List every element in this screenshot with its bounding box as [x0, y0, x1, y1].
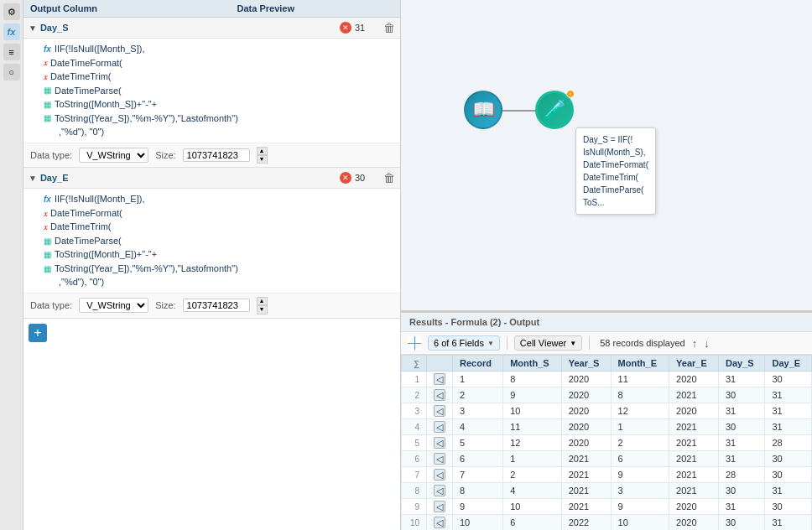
col-header-day-e[interactable]: Day_E: [765, 356, 812, 372]
cell-day-s: 31: [718, 403, 765, 419]
node-book[interactable]: 📖: [464, 91, 502, 129]
circle-icon[interactable]: ○: [3, 64, 20, 81]
size-up-2[interactable]: ▲: [257, 297, 268, 305]
data-type-label-1: Data type:: [30, 150, 72, 160]
row-selector[interactable]: ◁: [427, 435, 453, 451]
x-icon-3: 𝑥: [44, 207, 47, 220]
cell-month-s: 12: [503, 435, 562, 451]
cell-year-s: 2021: [561, 467, 611, 483]
cell-viewer-button[interactable]: Cell Viewer ▼: [514, 335, 582, 351]
cell-month-e: 12: [611, 403, 669, 419]
cell-viewer-label: Cell Viewer: [520, 338, 566, 348]
delete-day-s-button[interactable]: 🗑: [383, 21, 395, 34]
col-name-day-e[interactable]: Day_E: [40, 173, 336, 183]
formula-block-day-s: ▼ Day_S ✕ 31 🗑 fxIIF(!IsNull([Month_S]),…: [23, 18, 400, 168]
row-num: 5: [402, 435, 427, 451]
size-down-1[interactable]: ▼: [257, 155, 268, 164]
col-name-day-s[interactable]: Day_S: [40, 23, 336, 33]
row-selector[interactable]: ◁: [427, 387, 453, 403]
tooltip-line-6: ToS...: [583, 196, 648, 209]
col-value-day-e: 30: [355, 173, 380, 183]
fx-icon-1: fx: [44, 43, 51, 55]
right-panel: 📖 🧪 ! Day_S = IIF(! IsNull(Month_S), Dat…: [401, 0, 812, 530]
cell-year-e: 2021: [669, 419, 719, 435]
cell-year-e: 2020: [669, 403, 719, 419]
selector-icon[interactable]: ◁: [434, 517, 445, 528]
size-up-1[interactable]: ▲: [257, 147, 268, 155]
grid-icon-2: ▦: [44, 98, 51, 111]
row-selector[interactable]: ◁: [427, 499, 453, 515]
add-formula-button[interactable]: +: [29, 324, 47, 342]
tooltip-line-1: Day_S = IIF(!: [583, 133, 648, 146]
grid-view-icon[interactable]: [408, 336, 421, 350]
size-down-2[interactable]: ▼: [257, 305, 268, 314]
fields-badge[interactable]: 6 of 6 Fields ▼: [428, 335, 500, 351]
selector-icon[interactable]: ◁: [434, 405, 445, 417]
fx-icon[interactable]: fx: [3, 23, 20, 40]
table-row: 9 ◁ 9 10 2021 9 2020 31 30: [402, 499, 812, 515]
toolbar-divider-1: [507, 336, 508, 350]
chevron-icon-2[interactable]: ▼: [29, 174, 37, 183]
chevron-icon[interactable]: ▼: [29, 23, 37, 33]
cell-day-e: 30: [765, 499, 812, 515]
row-selector[interactable]: ◁: [427, 419, 453, 435]
col-header-record[interactable]: Record: [453, 356, 503, 372]
row-selector[interactable]: ◁: [427, 467, 453, 483]
delete-day-e-button[interactable]: 🗑: [383, 171, 395, 184]
gear-icon[interactable]: ⚙: [3, 3, 20, 20]
row-selector[interactable]: ◁: [427, 451, 453, 467]
data-preview-header: Data Preview: [237, 3, 394, 13]
selector-icon[interactable]: ◁: [434, 485, 445, 496]
node-flask[interactable]: 🧪 !: [535, 91, 574, 129]
cell-record: 6: [453, 451, 503, 467]
cell-month-e: 8: [611, 387, 669, 403]
clear-day-s-button[interactable]: ✕: [340, 22, 351, 34]
selector-icon[interactable]: ◁: [434, 501, 445, 512]
selector-icon[interactable]: ◁: [434, 437, 445, 449]
size-input-2[interactable]: [183, 299, 250, 312]
col-header-day-s[interactable]: Day_S: [718, 356, 765, 372]
col-header-month-e[interactable]: Month_E: [611, 356, 669, 372]
selector-icon[interactable]: ◁: [434, 389, 445, 401]
row-selector[interactable]: ◁: [427, 403, 453, 419]
cell-day-e: 30: [765, 467, 812, 483]
col-header-year-s[interactable]: Year_S: [561, 356, 611, 372]
cell-record: 1: [453, 372, 503, 387]
cell-year-e: 2021: [669, 387, 719, 403]
cell-day-e: 31: [765, 419, 812, 435]
clear-day-e-button[interactable]: ✕: [340, 172, 351, 184]
cell-month-e: 3: [611, 483, 669, 499]
selector-icon[interactable]: ◁: [434, 469, 445, 481]
sort-desc-button[interactable]: ↓: [704, 337, 710, 350]
data-table-wrap: ∑ Record Month_S Year_S Month_E Year_E D…: [401, 355, 812, 530]
cell-year-e: 2021: [669, 483, 719, 499]
row-num: 8: [402, 483, 427, 499]
size-spinner-1[interactable]: ▲ ▼: [257, 147, 268, 164]
selector-icon[interactable]: ◁: [434, 453, 445, 465]
sort-asc-button[interactable]: ↑: [692, 337, 698, 350]
selector-icon[interactable]: ◁: [434, 373, 445, 385]
list-icon[interactable]: ≡: [3, 44, 20, 60]
row-selector[interactable]: ◁: [427, 372, 453, 387]
fields-label: 6 of 6 Fields: [434, 338, 484, 348]
col-header-year-e[interactable]: Year_E: [669, 356, 719, 372]
results-toolbar: 6 of 6 Fields ▼ Cell Viewer ▼ 58 records…: [401, 332, 812, 355]
data-type-select-2[interactable]: V_WString: [79, 298, 148, 313]
node-tooltip: Day_S = IIF(! IsNull(Month_S), DateTimeF…: [575, 127, 656, 215]
data-type-select-1[interactable]: V_WString: [79, 148, 148, 163]
formula-footer-day-s: Data type: V_WString Size: ▲ ▼: [23, 143, 400, 168]
row-selector[interactable]: ◁: [427, 515, 453, 531]
cell-year-s: 2020: [561, 372, 611, 387]
cell-year-e: 2020: [669, 372, 719, 387]
row-selector[interactable]: ◁: [427, 483, 453, 499]
size-spinner-2[interactable]: ▲ ▼: [257, 297, 268, 314]
cell-day-s: 30: [718, 483, 765, 499]
col-header-month-s[interactable]: Month_S: [503, 356, 562, 372]
selector-icon[interactable]: ◁: [434, 421, 445, 433]
cell-record: 5: [453, 435, 503, 451]
results-header: Results - Formula (2) - Output: [401, 313, 812, 332]
size-input-1[interactable]: [183, 148, 250, 162]
cell-day-e: 31: [765, 403, 812, 419]
cell-month-e: 9: [611, 467, 669, 483]
cell-day-s: 30: [718, 387, 765, 403]
